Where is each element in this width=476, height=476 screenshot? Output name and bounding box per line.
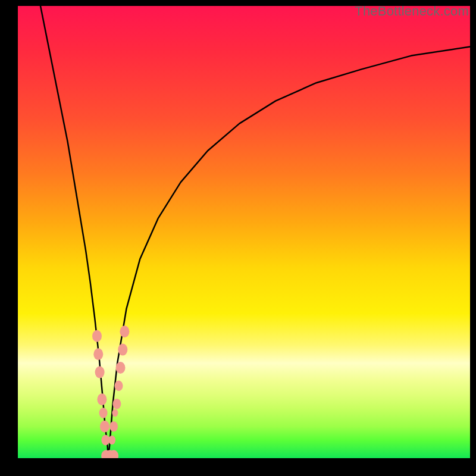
marker-dot (93, 348, 103, 360)
marker-dot (116, 362, 126, 374)
marker-dot (97, 393, 107, 405)
marker-dot (115, 381, 123, 392)
marker-dot (112, 409, 118, 417)
chart-svg (18, 6, 470, 458)
marker-dot (109, 421, 118, 432)
marker-dot (100, 421, 109, 433)
chart-frame: TheBottleneck.com (0, 0, 476, 476)
marker-dot (118, 344, 127, 356)
marker-dot (112, 399, 121, 409)
marker-dot (95, 367, 105, 378)
bottleneck-curve (40, 6, 470, 458)
marker-dot (120, 325, 129, 337)
marker-dot (92, 330, 102, 342)
marker-dot (99, 408, 108, 418)
plot-area (18, 6, 470, 458)
watermark-label: TheBottleneck.com (355, 4, 469, 19)
marker-dot (108, 436, 115, 444)
